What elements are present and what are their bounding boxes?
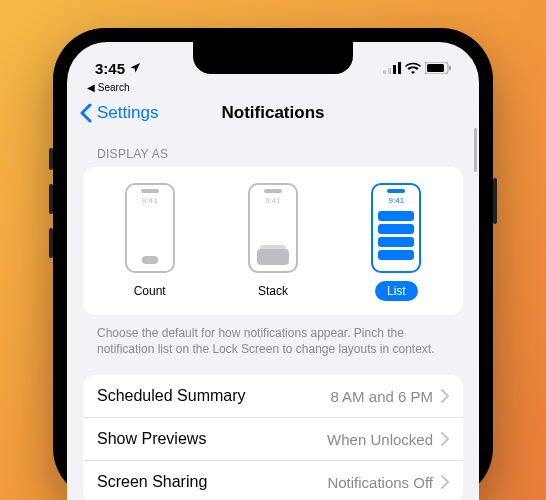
- row-value: 8 AM and 6 PM: [330, 388, 433, 405]
- back-button[interactable]: Settings: [79, 103, 158, 123]
- chevron-right-icon: [441, 389, 449, 403]
- nav-title: Notifications: [222, 103, 325, 123]
- back-label: Settings: [97, 103, 158, 123]
- phone-frame: 3:45 ◀ Search Settings Notifications DIS…: [53, 28, 493, 500]
- phone-preview-stack: 9:41: [248, 183, 298, 273]
- svg-rect-1: [388, 68, 391, 74]
- display-as-footer: Choose the default for how notifications…: [83, 315, 463, 375]
- row-label: Scheduled Summary: [97, 387, 246, 405]
- nav-bar: Settings Notifications: [67, 95, 479, 133]
- option-label-count: Count: [122, 281, 178, 301]
- phone-preview-list: 9:41: [371, 183, 421, 273]
- row-scheduled-summary[interactable]: Scheduled Summary 8 AM and 6 PM: [83, 375, 463, 418]
- phone-side-buttons-left: [49, 148, 53, 258]
- chevron-right-icon: [441, 475, 449, 489]
- notch: [193, 42, 353, 74]
- svg-rect-0: [383, 70, 386, 74]
- row-label: Show Previews: [97, 430, 206, 448]
- location-icon: [129, 62, 141, 74]
- phone-preview-count: 9:41: [125, 183, 175, 273]
- battery-icon: [425, 62, 451, 74]
- svg-rect-5: [427, 64, 444, 72]
- display-option-list[interactable]: 9:41 List: [338, 183, 455, 301]
- row-show-previews[interactable]: Show Previews When Unlocked: [83, 418, 463, 461]
- svg-rect-3: [398, 62, 401, 74]
- screen: 3:45 ◀ Search Settings Notifications DIS…: [67, 42, 479, 500]
- phone-side-buttons-right: [493, 178, 497, 224]
- display-as-header: DISPLAY AS: [83, 133, 463, 167]
- row-value: Notifications Off: [327, 474, 433, 491]
- display-option-count[interactable]: 9:41 Count: [91, 183, 208, 301]
- chevron-left-icon: [79, 103, 93, 123]
- display-option-stack[interactable]: 9:41 Stack: [214, 183, 331, 301]
- settings-list: Scheduled Summary 8 AM and 6 PM Show Pre…: [83, 375, 463, 500]
- scrollbar-indicator[interactable]: [474, 128, 477, 172]
- svg-rect-6: [449, 66, 451, 70]
- svg-rect-2: [393, 65, 396, 74]
- wifi-icon: [405, 62, 421, 74]
- back-to-app[interactable]: ◀ Search: [67, 82, 479, 95]
- row-label: Screen Sharing: [97, 473, 207, 491]
- option-label-stack: Stack: [246, 281, 300, 301]
- chevron-right-icon: [441, 432, 449, 446]
- option-label-list: List: [375, 281, 418, 301]
- row-value: When Unlocked: [327, 431, 433, 448]
- display-as-card: 9:41 Count 9:41 Stack: [83, 167, 463, 315]
- status-time: 3:45: [95, 60, 125, 77]
- cellular-icon: [383, 62, 401, 74]
- row-screen-sharing[interactable]: Screen Sharing Notifications Off: [83, 461, 463, 500]
